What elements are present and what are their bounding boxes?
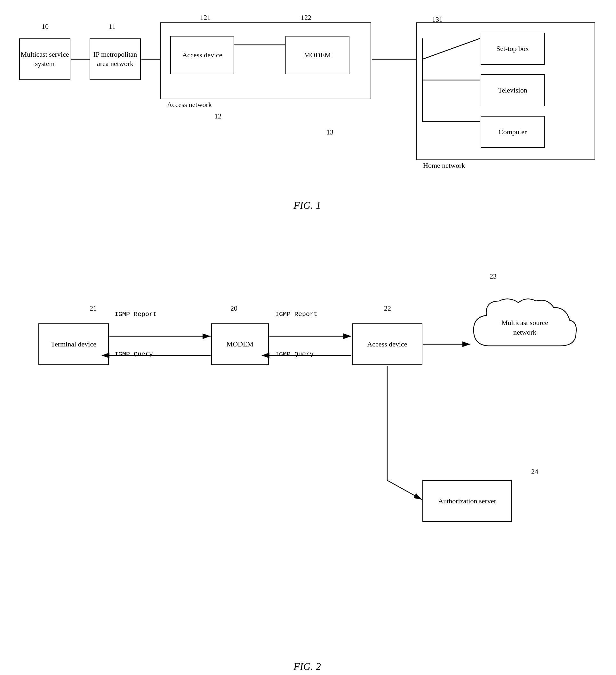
ref-12: 12 xyxy=(214,112,222,121)
ref-21: 21 xyxy=(90,304,97,312)
access-device-label-fig2: Access device xyxy=(367,340,407,349)
fig2-label: FIG. 2 xyxy=(293,661,321,672)
ref-20: 20 xyxy=(231,304,238,312)
ref-23: 23 xyxy=(490,272,497,281)
modem-label-fig2: MODEM xyxy=(227,340,253,349)
terminal-device-label: Terminal device xyxy=(51,340,96,349)
set-top-box-box: Set-top box xyxy=(480,33,545,65)
modem-box-fig1: MODEM xyxy=(285,36,349,74)
ref-24: 24 xyxy=(531,467,538,476)
ip-metro-box: IP metropolitan area network xyxy=(90,39,141,80)
igmp-report-label-1: IGMP Report xyxy=(114,311,157,318)
ip-metro-label: IP metropolitan area network xyxy=(90,50,140,68)
authorization-server-label: Authorization server xyxy=(438,497,496,505)
ref-22: 22 xyxy=(384,304,391,312)
ref-121: 121 xyxy=(200,13,210,22)
ref-122: 122 xyxy=(301,13,312,22)
diagram-container: 10 11 121 122 12 131 132 133 13 Multicas… xyxy=(0,0,616,675)
igmp-report-label-2: IGMP Report xyxy=(275,311,318,318)
access-device-box-fig2: Access device xyxy=(352,323,422,365)
svg-text:network: network xyxy=(513,328,536,336)
fig2-svg-arrows xyxy=(13,218,602,647)
multicast-service-system-box: Multicast service system xyxy=(19,39,70,80)
television-label: Television xyxy=(498,86,527,94)
modem-box-fig2: MODEM xyxy=(211,323,269,365)
fig2-area: 21 20 22 23 24 Terminal device MODEM Acc… xyxy=(13,218,602,647)
ref-11: 11 xyxy=(109,22,115,31)
ref-10: 10 xyxy=(41,22,49,31)
svg-line-19 xyxy=(387,480,422,500)
home-network-box: Set-top box Television Computer Home net… xyxy=(416,22,595,160)
svg-text:Multicast source: Multicast source xyxy=(502,319,548,326)
access-device-box-fig1: Access device xyxy=(170,36,234,74)
ref-13: 13 xyxy=(326,128,334,136)
access-network-box: Access device MODEM Access network xyxy=(160,22,371,99)
igmp-query-label-1: IGMP Query xyxy=(114,351,153,358)
multicast-service-system-label: Multicast service system xyxy=(20,50,70,68)
fig1-area: 10 11 121 122 12 131 132 133 13 Multicas… xyxy=(13,13,602,186)
multicast-source-network-cloud: Multicast source network xyxy=(467,295,583,365)
terminal-device-box: Terminal device xyxy=(38,323,109,365)
modem-label-fig1: MODEM xyxy=(304,51,331,59)
access-network-label: Access network xyxy=(167,100,212,109)
fig1-label: FIG. 1 xyxy=(293,200,321,211)
access-device-label-fig1: Access device xyxy=(182,51,222,59)
computer-label: Computer xyxy=(499,128,527,136)
set-top-box-label: Set-top box xyxy=(496,45,529,53)
igmp-query-label-2: IGMP Query xyxy=(275,351,314,358)
authorization-server-box: Authorization server xyxy=(422,480,512,522)
computer-box: Computer xyxy=(480,116,545,148)
television-box: Television xyxy=(480,74,545,106)
home-network-label: Home network xyxy=(423,161,465,170)
